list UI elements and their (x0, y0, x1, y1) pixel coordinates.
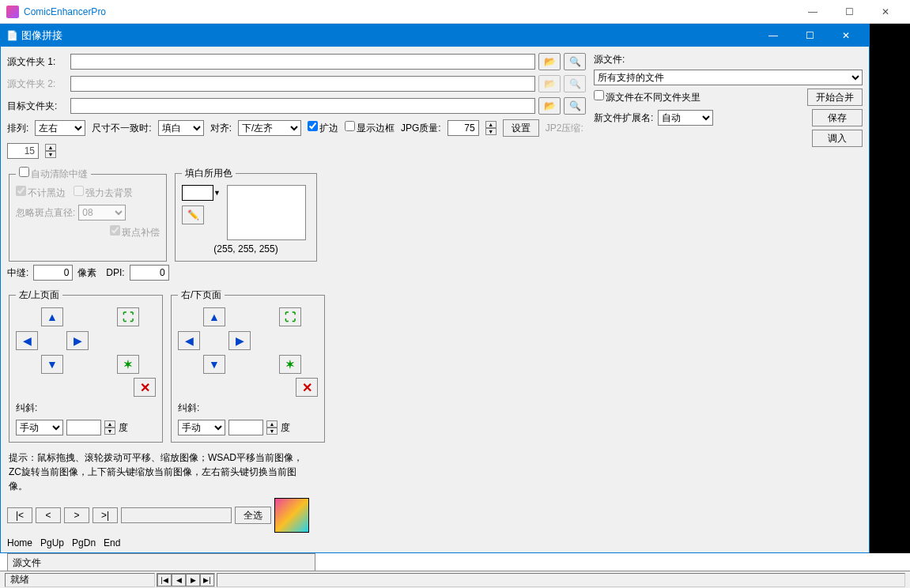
lp-next-button[interactable]: ▶ (66, 331, 89, 350)
size-mismatch-label: 尺寸不一致时: (92, 122, 151, 135)
inner-minimize-button[interactable]: — (755, 24, 791, 47)
lp-skew-spinner[interactable]: ▲▼ (104, 420, 115, 435)
lp-shrink-button[interactable]: ✶ (117, 355, 139, 374)
status-next-button[interactable]: ▶ (186, 574, 200, 586)
lp-skew-label: 纠斜: (16, 401, 37, 415)
jpg-quality-input[interactable] (447, 120, 479, 136)
status-pager: |◀ ◀ ▶ ▶| (157, 574, 214, 586)
srcdiff-label[interactable]: 源文件在不同文件夹里 (594, 90, 700, 104)
nav-first-button[interactable]: |< (7, 507, 32, 523)
nav-prev-button[interactable]: < (36, 507, 61, 523)
lp-skew-mode[interactable]: 手动 (16, 420, 63, 435)
align-select[interactable]: 下/左齐 (238, 120, 301, 136)
jp2-input (7, 143, 39, 159)
settings-button[interactable]: 设置 (503, 119, 539, 137)
status-prev-button[interactable]: ◀ (172, 574, 186, 586)
rp-down-button[interactable]: ▼ (203, 355, 225, 374)
ignoreblack-label: 不计黑边 (16, 186, 66, 200)
rp-expand-button[interactable]: ⛶ (279, 307, 301, 326)
lp-expand-button[interactable]: ⛶ (117, 307, 139, 326)
maximize-button[interactable]: ☐ (831, 0, 867, 24)
inner-title: 图像拼接 (21, 28, 755, 43)
zoom1-button[interactable]: 🔍 (564, 53, 586, 70)
nav-next-button[interactable]: > (64, 507, 89, 523)
lp-delete-button[interactable]: ✕ (134, 378, 156, 397)
spot-diameter-label: 忽略斑点直径: (16, 206, 75, 220)
src-folder2-input (70, 76, 535, 92)
strongbg-label: 强力去背景 (74, 186, 133, 200)
inner-maximize-button[interactable]: ☐ (791, 24, 828, 47)
new-ext-label: 新文件扩展名: (594, 111, 653, 125)
srcfile-type-select[interactable]: 所有支持的文件 (594, 70, 863, 85)
outer-titlebar: ComicEnhancerPro — ☐ ✕ (0, 0, 910, 24)
expand-checkbox-label[interactable]: 扩边 (308, 121, 338, 135)
right-panel: 源文件: 所有支持的文件 源文件在不同文件夹里 开始合并 新文件扩展名: 自动 … (594, 53, 863, 150)
browse-dst-button[interactable]: 📂 (538, 97, 561, 115)
seam-label: 中缝: (7, 266, 28, 280)
eyedropper-button[interactable]: ✏️ (182, 205, 204, 224)
rp-degree-label: 度 (281, 421, 290, 435)
rp-next-button[interactable]: ▶ (228, 331, 251, 350)
thumbnail-preview (274, 498, 309, 533)
jpg-quality-label: JPG质量: (401, 122, 441, 135)
rp-prev-button[interactable]: ◀ (178, 331, 200, 350)
rp-delete-button[interactable]: ✕ (296, 378, 318, 397)
nav-last-button[interactable]: >| (93, 507, 118, 523)
rp-skew-input[interactable] (228, 420, 263, 435)
home-key-label: Home (7, 537, 32, 548)
inner-window: 📄 图像拼接 — ☐ ✕ 源文件夹 1: 📂 🔍 源文件夹 2: 📂 🔍 (0, 24, 870, 553)
rp-skew-mode[interactable]: 手动 (178, 420, 225, 435)
autoclear-toggle[interactable]: 自动清除中缝 (19, 168, 88, 179)
load-button[interactable]: 调入 (812, 130, 863, 147)
fillcolor-fieldset: 填白所用色 ▼ ✏️ (255, 255, 255) (175, 167, 317, 262)
status-last-button[interactable]: ▶| (200, 574, 214, 586)
dpi-label: DPI: (106, 267, 124, 278)
jp2-label: JP2压缩: (546, 122, 583, 135)
lp-up-button[interactable]: ▲ (41, 307, 63, 326)
src-folder1-input[interactable] (70, 54, 535, 70)
left-page-legend: 左/上页面 (16, 288, 62, 302)
src-folder1-label: 源文件夹 1: (7, 55, 67, 69)
rgb-label: (255, 255, 255) (182, 243, 310, 254)
color-swatch[interactable] (182, 185, 213, 201)
select-all-button[interactable]: 全选 (235, 507, 271, 524)
showborder-checkbox[interactable] (345, 121, 355, 131)
zoom-dst-button[interactable]: 🔍 (564, 97, 586, 115)
new-ext-select[interactable]: 自动 (658, 110, 713, 126)
seam-input[interactable] (33, 265, 73, 281)
start-merge-button[interactable]: 开始合并 (807, 89, 863, 106)
rp-skew-spinner[interactable]: ▲▼ (266, 420, 278, 435)
arrange-select[interactable]: 左右 (35, 120, 85, 136)
arrange-label: 排列: (7, 122, 28, 135)
lp-down-button[interactable]: ▼ (41, 355, 63, 374)
browse2-button: 📂 (538, 75, 561, 92)
jpg-quality-spinner[interactable]: ▲▼ (485, 121, 497, 135)
align-label: 对齐: (210, 122, 232, 135)
color-preview (227, 185, 306, 240)
spotcomp-checkbox (110, 225, 120, 236)
nav-display (121, 507, 232, 523)
rp-up-button[interactable]: ▲ (203, 307, 225, 326)
app-title: ComicEnhancerPro (24, 6, 795, 17)
inner-close-button[interactable]: ✕ (828, 24, 864, 47)
status-first-button[interactable]: |◀ (157, 574, 172, 586)
right-page-legend: 右/下页面 (178, 288, 225, 302)
ignoreblack-checkbox (16, 186, 26, 196)
dpi-input[interactable] (130, 265, 169, 281)
browse1-button[interactable]: 📂 (538, 53, 561, 70)
showborder-checkbox-label[interactable]: 显示边框 (345, 121, 395, 135)
expand-checkbox[interactable] (308, 121, 318, 131)
fill-select[interactable]: 填白 (158, 120, 204, 136)
save-button[interactable]: 保存 (812, 109, 863, 126)
lp-prev-button[interactable]: ◀ (16, 331, 38, 350)
dst-folder-input[interactable] (70, 98, 535, 114)
srcdiff-checkbox[interactable] (594, 90, 604, 100)
autoclear-checkbox[interactable] (19, 167, 29, 177)
rp-shrink-button[interactable]: ✶ (279, 355, 301, 374)
close-button[interactable]: ✕ (867, 0, 904, 24)
minimize-button[interactable]: — (795, 0, 831, 24)
srcfile-label: 源文件: (594, 53, 625, 66)
pgup-key-label: PgUp (40, 537, 64, 548)
src-folder2-label: 源文件夹 2: (7, 77, 67, 91)
lp-skew-input[interactable] (66, 420, 101, 435)
